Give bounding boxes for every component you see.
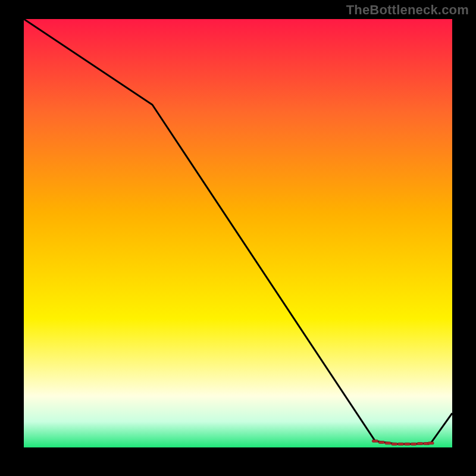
flat-marker (385, 442, 391, 444)
attribution-text: TheBottleneck.com (346, 2, 469, 18)
plot-svg (24, 19, 452, 447)
flat-marker (428, 442, 434, 444)
chart-frame: TheBottleneck.com (0, 0, 476, 476)
flat-marker (404, 443, 410, 445)
flat-marker (392, 443, 397, 445)
flat-marker (372, 440, 378, 442)
flat-marker (411, 443, 416, 445)
flat-marker (417, 443, 423, 445)
flat-marker (378, 441, 384, 443)
flat-marker (398, 443, 404, 445)
plot-area (24, 19, 452, 447)
